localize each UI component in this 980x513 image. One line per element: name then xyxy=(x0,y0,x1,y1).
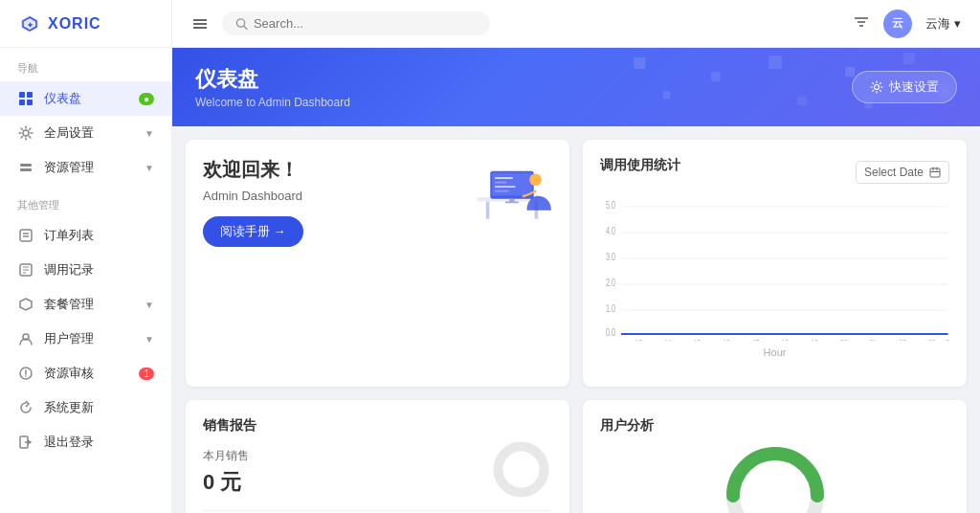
svg-text:19: 19 xyxy=(811,338,817,341)
user-name-label: 云海 xyxy=(925,15,950,33)
svg-text:22: 22 xyxy=(899,338,905,341)
user-analysis-chart xyxy=(600,448,949,513)
logo-text: XORIC xyxy=(48,15,101,33)
quick-settings-button[interactable]: 快速设置 xyxy=(852,71,957,103)
svg-rect-35 xyxy=(903,53,915,64)
sidebar-item-resource-mgmt[interactable]: 资源管理 ▼ xyxy=(0,150,171,185)
svg-text:21: 21 xyxy=(870,338,877,341)
search-bar[interactable] xyxy=(222,11,490,35)
sidebar-item-resource-audit-label: 资源审核 xyxy=(44,365,139,382)
svg-text:2.0: 2.0 xyxy=(606,278,615,288)
svg-rect-42 xyxy=(486,202,490,219)
svg-rect-9 xyxy=(20,168,32,171)
svg-text:3.0: 3.0 xyxy=(606,252,615,262)
sidebar-item-package-mgmt[interactable]: 套餐管理 ▼ xyxy=(0,287,171,322)
topbar: 云 云海 ▾ xyxy=(172,0,980,48)
api-records-icon xyxy=(17,261,34,279)
svg-rect-8 xyxy=(20,164,32,167)
svg-text:4.0: 4.0 xyxy=(606,226,615,236)
svg-rect-10 xyxy=(20,230,32,241)
sales-card: 销售报告 本月销售 0 元 同比变化 0 % xyxy=(186,400,569,513)
nav-section-label: 导航 xyxy=(0,61,171,81)
xoric-logo-icon: ✦ xyxy=(19,13,40,34)
topbar-right: 云 云海 ▾ xyxy=(853,10,961,38)
svg-point-84 xyxy=(733,454,817,513)
resource-audit-badge: 1 xyxy=(139,368,154,380)
chart-header: 调用使用统计 Select Date xyxy=(600,157,949,188)
svg-text:23: 23 xyxy=(928,338,936,341)
svg-point-52 xyxy=(529,173,542,186)
global-settings-arrow-icon: ▼ xyxy=(145,128,154,139)
svg-text:15: 15 xyxy=(694,338,702,341)
read-manual-label: 阅读手册 → xyxy=(220,223,286,240)
sidebar-item-dashboard-label: 仪表盘 xyxy=(44,90,139,107)
svg-rect-53 xyxy=(930,168,940,177)
sidebar-item-api-records-label: 调用记录 xyxy=(44,261,154,279)
sidebar-item-global-settings[interactable]: 全局设置 ▼ xyxy=(0,116,171,150)
svg-rect-5 xyxy=(19,100,25,105)
svg-rect-4 xyxy=(27,92,33,98)
search-input[interactable] xyxy=(254,16,477,31)
sidebar-item-user-mgmt-label: 用户管理 xyxy=(44,330,145,347)
svg-text:✦: ✦ xyxy=(27,21,33,30)
page-content: 仪表盘 Welcome to Admin Dashboard 快速设置 xyxy=(172,48,980,513)
svg-text:17: 17 xyxy=(752,338,759,341)
svg-point-20 xyxy=(25,375,27,377)
read-manual-button[interactable]: 阅读手册 → xyxy=(203,216,303,247)
sidebar-item-order-list-label: 订单列表 xyxy=(44,227,154,244)
page-subtitle: Welcome to Admin Dashboard xyxy=(195,96,957,109)
sales-donut-chart xyxy=(490,438,552,501)
sidebar-item-dashboard[interactable]: 仪表盘 ● xyxy=(0,81,171,116)
dashboard-icon xyxy=(17,90,34,107)
sidebar-item-user-mgmt[interactable]: 用户管理 ▼ xyxy=(0,322,171,356)
logout-icon xyxy=(17,434,34,451)
main-area: 云 云海 ▾ 仪表盘 Welcome to Admin Dashboard xyxy=(172,0,980,513)
sidebar-item-resource-mgmt-label: 资源管理 xyxy=(44,159,145,176)
svg-text:5.0: 5.0 xyxy=(606,200,615,211)
sidebar: ✦ XORIC 导航 仪表盘 ● xyxy=(0,0,172,513)
system-update-icon xyxy=(17,399,34,416)
gear-icon xyxy=(870,80,883,94)
resource-mgmt-arrow-icon: ▼ xyxy=(145,163,154,173)
avatar-initial: 云 xyxy=(892,15,903,32)
avatar: 云 xyxy=(883,10,912,38)
package-mgmt-icon xyxy=(17,296,34,313)
user-menu[interactable]: 云海 ▾ xyxy=(925,15,961,33)
other-section-label: 其他管理 xyxy=(0,198,171,218)
package-mgmt-arrow-icon: ▼ xyxy=(145,300,154,310)
svg-text:0.0: 0.0 xyxy=(606,327,615,338)
svg-line-27 xyxy=(244,26,247,29)
sidebar-item-resource-audit[interactable]: 资源审核 1 xyxy=(0,356,171,390)
svg-rect-6 xyxy=(27,100,33,105)
user-dropdown-icon: ▾ xyxy=(954,16,961,31)
dashboard-grid: 欢迎回来！ Admin Dashboard 阅读手册 → xyxy=(172,126,980,513)
filter-icon[interactable] xyxy=(853,13,870,34)
welcome-illustration xyxy=(464,149,560,226)
sidebar-item-system-update[interactable]: 系统更新 xyxy=(0,390,171,425)
date-select[interactable]: Select Date xyxy=(856,161,949,184)
sidebar-toggle-button[interactable] xyxy=(191,15,209,33)
sidebar-item-system-update-label: 系统更新 xyxy=(44,399,154,416)
other-nav-section: 其他管理 订单列表 调用记录 xyxy=(0,185,171,459)
svg-text:14: 14 xyxy=(664,338,672,341)
svg-text:18: 18 xyxy=(782,338,790,341)
chart-x-axis-label: Hour xyxy=(600,346,949,358)
sidebar-item-order-list[interactable]: 订单列表 xyxy=(0,218,171,253)
sidebar-item-logout[interactable]: 退出登录 xyxy=(0,425,171,459)
nav-section: 导航 仪表盘 ● 全局设置 ▼ xyxy=(0,48,171,185)
sidebar-item-package-mgmt-label: 套餐管理 xyxy=(44,296,145,313)
sidebar-item-api-records[interactable]: 调用记录 xyxy=(0,253,171,287)
page-header: 仪表盘 Welcome to Admin Dashboard 快速设置 xyxy=(172,48,980,126)
global-settings-icon xyxy=(17,124,34,142)
order-list-icon xyxy=(17,227,34,244)
calendar-icon xyxy=(929,167,941,178)
svg-rect-51 xyxy=(505,202,520,204)
resource-mgmt-icon xyxy=(17,159,34,176)
welcome-card: 欢迎回来！ Admin Dashboard 阅读手册 → xyxy=(186,140,569,387)
api-usage-card: 调用使用统计 Select Date 5.0 xyxy=(583,140,967,387)
svg-point-40 xyxy=(875,85,880,90)
user-mgmt-arrow-icon: ▼ xyxy=(145,334,154,345)
svg-text:20: 20 xyxy=(840,338,848,341)
user-mgmt-icon xyxy=(17,330,34,347)
page-title: 仪表盘 xyxy=(195,65,957,94)
